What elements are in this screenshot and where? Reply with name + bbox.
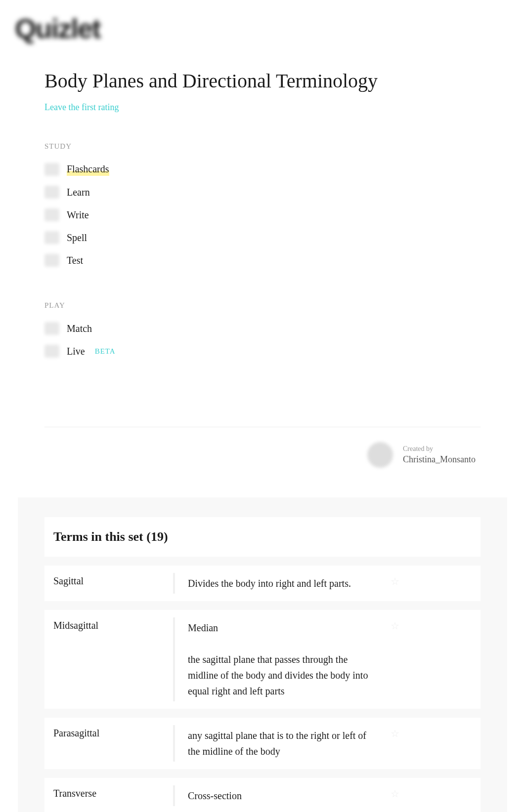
menu-item-match[interactable]: Match — [44, 317, 481, 340]
menu-item-spell[interactable]: Spell — [44, 226, 481, 249]
spell-icon — [44, 231, 59, 244]
created-by-label: Created by — [403, 445, 476, 453]
write-icon — [44, 208, 59, 221]
term-separator — [173, 617, 178, 701]
menu-label: Write — [67, 209, 89, 221]
term-name: Parasagittal — [44, 718, 173, 769]
star-icon[interactable]: ☆ — [391, 718, 405, 769]
term-name: Midsagittal — [44, 610, 173, 709]
main-content: Body Planes and Directional Terminology … — [0, 54, 525, 812]
star-icon[interactable]: ☆ — [391, 610, 405, 709]
term-definition: Cross-section — [178, 778, 391, 812]
menu-label: Learn — [67, 187, 90, 198]
menu-label: Live — [67, 346, 85, 357]
flashcards-icon — [44, 163, 59, 176]
menu-item-test[interactable]: Test — [44, 249, 481, 272]
learn-icon — [44, 186, 59, 199]
divider — [44, 427, 481, 427]
term-card: Midsagittal Medianthe sagittal plane tha… — [44, 610, 481, 709]
menu-label: Match — [67, 323, 92, 334]
beta-badge: BETA — [95, 347, 116, 356]
terms-header: Terms in this set (19) — [44, 517, 481, 557]
term-card: Sagittal Divides the body into right and… — [44, 566, 481, 601]
terms-section: Terms in this set (19) Sagittal Divides … — [18, 497, 507, 812]
star-icon[interactable]: ☆ — [391, 778, 405, 812]
term-separator — [173, 785, 178, 806]
menu-item-live[interactable]: Live BETA — [44, 340, 481, 363]
term-definition: Medianthe sagittal plane that passes thr… — [178, 610, 391, 709]
logo[interactable]: Quizlet — [15, 12, 510, 44]
term-definition: any sagittal plane that is to the right … — [178, 718, 391, 769]
menu-item-learn[interactable]: Learn — [44, 181, 481, 203]
menu-label: Spell — [67, 232, 87, 244]
term-separator — [173, 725, 178, 762]
live-icon — [44, 345, 59, 358]
page-title: Body Planes and Directional Terminology — [44, 69, 481, 92]
term-separator — [173, 573, 178, 594]
term-name: Sagittal — [44, 566, 173, 601]
study-section-header: STUDY — [44, 142, 481, 151]
avatar[interactable] — [367, 442, 393, 468]
menu-label: Flashcards — [67, 163, 109, 176]
menu-label: Test — [67, 255, 83, 266]
rating-link[interactable]: Leave the first rating — [44, 102, 481, 113]
star-icon[interactable]: ☆ — [391, 566, 405, 601]
creator-info: Created by Christina_Monsanto — [403, 445, 476, 465]
term-card: Parasagittal any sagittal plane that is … — [44, 718, 481, 769]
term-card: Transverse Cross-section ☆ — [44, 778, 481, 812]
menu-item-flashcards[interactable]: Flashcards — [44, 158, 481, 181]
creator-section: Created by Christina_Monsanto — [44, 442, 481, 468]
creator-name[interactable]: Christina_Monsanto — [403, 454, 476, 465]
test-icon — [44, 254, 59, 267]
play-section-header: PLAY — [44, 301, 481, 310]
logo-container: Quizlet — [0, 0, 525, 54]
term-definition: Divides the body into right and left par… — [178, 566, 391, 601]
menu-item-write[interactable]: Write — [44, 203, 481, 226]
match-icon — [44, 322, 59, 335]
term-name: Transverse — [44, 778, 173, 812]
